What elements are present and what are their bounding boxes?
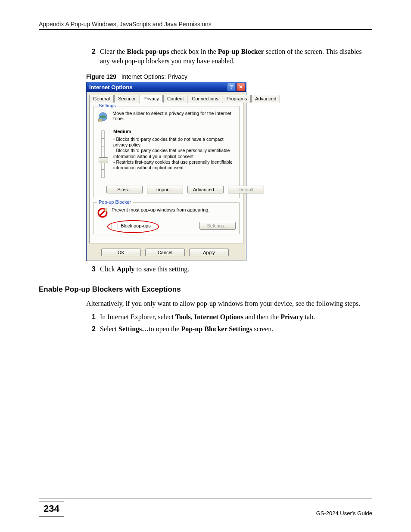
- privacy-description: - Blocks third-party cookies that do not…: [113, 137, 236, 171]
- step-number: 3: [86, 264, 96, 274]
- ok-button[interactable]: OK: [101, 249, 141, 256]
- default-button[interactable]: Default: [228, 186, 264, 193]
- svg-rect-4: [105, 208, 107, 212]
- slider-thumb[interactable]: [99, 157, 108, 163]
- step-text: In Internet Explorer, select Tools, Inte…: [100, 312, 368, 322]
- section-intro: Alternatively, if you only want to allow…: [86, 299, 368, 308]
- step-2: 2 Clear the Block pop-ups check box in t…: [86, 47, 368, 65]
- running-header: Appendix A Pop-up Windows, JavaScripts a…: [39, 21, 372, 28]
- block-popups-checkbox[interactable]: [112, 223, 118, 229]
- section-heading: Enable Pop-up Blockers with Exceptions: [39, 285, 372, 294]
- block-popups-checkbox-wrap: Block pop-ups: [112, 223, 151, 229]
- popup-group-title: Pop-up Blocker: [97, 199, 133, 205]
- tab-content[interactable]: Content: [163, 95, 188, 103]
- tab-body: Settings Move the slider to select a pri…: [89, 102, 243, 243]
- tab-programs[interactable]: Programs: [223, 95, 251, 103]
- privacy-slider[interactable]: [97, 129, 109, 178]
- tab-general[interactable]: General: [89, 95, 114, 103]
- figure-caption: Figure 129 Internet Options: Privacy: [86, 73, 372, 80]
- page-number: 234: [39, 501, 64, 516]
- step-3: 3 Click Apply to save this setting.: [86, 264, 368, 274]
- step-text: Select Settings…to open the Pop-up Block…: [100, 324, 368, 334]
- help-button[interactable]: ?: [227, 83, 236, 91]
- step-number: 1: [86, 312, 96, 322]
- popup-description: Prevent most pop-up windows from appeari…: [112, 207, 209, 212]
- tab-strip: General Security Privacy Content Connect…: [89, 94, 243, 102]
- step-text: Click Apply to save this setting.: [100, 264, 368, 274]
- dialog-button-row: OK Cancel Apply: [87, 246, 243, 261]
- tab-security[interactable]: Security: [114, 95, 139, 103]
- tab-connections[interactable]: Connections: [188, 95, 222, 103]
- block-popups-label: Block pop-ups: [121, 223, 151, 228]
- privacy-level: Medium: [113, 129, 236, 134]
- header-rule: [39, 29, 372, 30]
- step-number: 2: [86, 47, 96, 65]
- popup-blocker-group: Pop-up Blocker Prevent most pop-up windo…: [93, 202, 240, 234]
- settings-intro: Move the slider to select a privacy sett…: [112, 111, 236, 121]
- step-text: Clear the Block pop-ups check box in the…: [100, 47, 368, 65]
- sites-button[interactable]: Sites...: [106, 186, 143, 193]
- stop-icon: [97, 207, 108, 218]
- settings-group-title: Settings: [97, 103, 118, 108]
- settings-group: Settings Move the slider to select a pri…: [93, 106, 240, 198]
- tab-advanced[interactable]: Advanced: [251, 95, 280, 103]
- internet-options-dialog: Internet Options ? ✕ General Security Pr…: [86, 82, 246, 261]
- dialog-titlebar: Internet Options ? ✕: [87, 82, 246, 92]
- step-1b: 1 In Internet Explorer, select Tools, In…: [86, 312, 368, 322]
- advanced-button[interactable]: Advanced...: [187, 186, 224, 193]
- footer-guide: GS-2024 User's Guide: [316, 510, 372, 516]
- globe-icon: [97, 111, 109, 123]
- dialog-title: Internet Options: [89, 84, 226, 90]
- tab-privacy[interactable]: Privacy: [140, 95, 163, 103]
- page-footer: 234 GS-2024 User's Guide: [39, 498, 372, 516]
- cancel-button[interactable]: Cancel: [145, 249, 185, 256]
- apply-button[interactable]: Apply: [189, 249, 229, 256]
- step-2b: 2 Select Settings…to open the Pop-up Blo…: [86, 324, 368, 334]
- popup-settings-button[interactable]: Settings...: [199, 222, 236, 230]
- close-button[interactable]: ✕: [237, 83, 245, 91]
- svg-rect-1: [99, 119, 103, 121]
- import-button[interactable]: Import...: [147, 186, 183, 193]
- step-number: 2: [86, 324, 96, 334]
